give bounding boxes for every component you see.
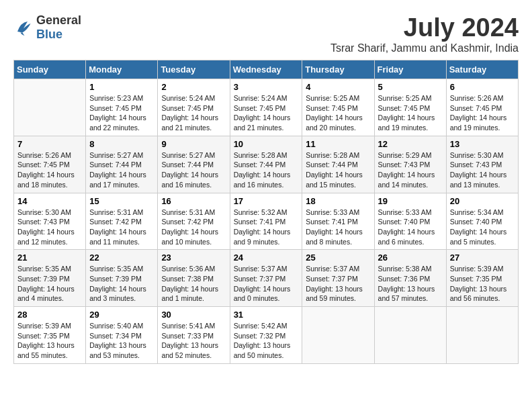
calendar-cell — [302, 307, 374, 364]
calendar-cell: 24Sunrise: 5:37 AM Sunset: 7:37 PM Dayli… — [230, 250, 302, 307]
day-info: Sunrise: 5:24 AM Sunset: 7:45 PM Dayligh… — [161, 93, 226, 133]
day-number: 6 — [450, 82, 515, 92]
calendar-body: 1Sunrise: 5:23 AM Sunset: 7:45 PM Daylig… — [14, 79, 519, 364]
calendar-cell: 17Sunrise: 5:32 AM Sunset: 7:41 PM Dayli… — [230, 193, 302, 250]
day-number: 19 — [378, 196, 443, 206]
day-number: 18 — [306, 196, 370, 206]
day-info: Sunrise: 5:41 AM Sunset: 7:33 PM Dayligh… — [161, 321, 226, 361]
calendar-cell — [374, 307, 446, 364]
day-number: 7 — [17, 139, 82, 149]
day-header-thursday: Thursday — [302, 60, 374, 79]
calendar-cell: 27Sunrise: 5:39 AM Sunset: 7:35 PM Dayli… — [446, 250, 518, 307]
calendar-cell: 28Sunrise: 5:39 AM Sunset: 7:35 PM Dayli… — [14, 307, 86, 364]
calendar-header-row: SundayMondayTuesdayWednesdayThursdayFrid… — [14, 60, 519, 79]
calendar-cell: 5Sunrise: 5:25 AM Sunset: 7:45 PM Daylig… — [374, 79, 446, 136]
day-number: 31 — [234, 310, 299, 320]
calendar-cell: 16Sunrise: 5:31 AM Sunset: 7:42 PM Dayli… — [158, 193, 230, 250]
day-header-tuesday: Tuesday — [158, 60, 230, 79]
day-info: Sunrise: 5:39 AM Sunset: 7:35 PM Dayligh… — [17, 321, 82, 361]
day-info: Sunrise: 5:40 AM Sunset: 7:34 PM Dayligh… — [89, 321, 154, 361]
day-info: Sunrise: 5:36 AM Sunset: 7:38 PM Dayligh… — [161, 264, 226, 304]
day-info: Sunrise: 5:28 AM Sunset: 7:44 PM Dayligh… — [234, 150, 299, 190]
calendar-cell: 3Sunrise: 5:24 AM Sunset: 7:45 PM Daylig… — [230, 79, 302, 136]
day-info: Sunrise: 5:34 AM Sunset: 7:40 PM Dayligh… — [450, 208, 515, 247]
calendar-table: SundayMondayTuesdayWednesdayThursdayFrid… — [13, 60, 519, 364]
day-number: 16 — [161, 196, 226, 206]
day-number: 1 — [89, 82, 154, 92]
day-info: Sunrise: 5:31 AM Sunset: 7:42 PM Dayligh… — [89, 208, 154, 247]
day-info: Sunrise: 5:32 AM Sunset: 7:41 PM Dayligh… — [234, 208, 299, 247]
day-number: 2 — [161, 82, 226, 92]
calendar-cell: 22Sunrise: 5:35 AM Sunset: 7:39 PM Dayli… — [86, 250, 158, 307]
day-number: 4 — [306, 82, 370, 92]
day-number: 3 — [234, 82, 299, 92]
calendar-cell: 6Sunrise: 5:26 AM Sunset: 7:45 PM Daylig… — [446, 79, 518, 136]
day-number: 28 — [17, 310, 82, 320]
calendar-cell: 12Sunrise: 5:29 AM Sunset: 7:43 PM Dayli… — [374, 136, 446, 193]
day-number: 13 — [450, 139, 515, 149]
day-info: Sunrise: 5:23 AM Sunset: 7:45 PM Dayligh… — [89, 93, 154, 133]
day-info: Sunrise: 5:33 AM Sunset: 7:40 PM Dayligh… — [378, 208, 443, 247]
day-number: 29 — [89, 310, 154, 320]
calendar-cell: 30Sunrise: 5:41 AM Sunset: 7:33 PM Dayli… — [158, 307, 230, 364]
day-number: 21 — [17, 253, 82, 263]
day-header-wednesday: Wednesday — [230, 60, 302, 79]
day-info: Sunrise: 5:25 AM Sunset: 7:45 PM Dayligh… — [306, 93, 370, 133]
day-info: Sunrise: 5:35 AM Sunset: 7:39 PM Dayligh… — [17, 264, 82, 304]
day-info: Sunrise: 5:29 AM Sunset: 7:43 PM Dayligh… — [378, 150, 443, 190]
day-number: 25 — [306, 253, 370, 263]
calendar-cell — [446, 307, 518, 364]
calendar-cell: 14Sunrise: 5:30 AM Sunset: 7:43 PM Dayli… — [14, 193, 86, 250]
logo: General Blue — [13, 13, 81, 42]
day-number: 15 — [89, 196, 154, 206]
calendar-cell: 7Sunrise: 5:26 AM Sunset: 7:45 PM Daylig… — [14, 136, 86, 193]
day-info: Sunrise: 5:39 AM Sunset: 7:35 PM Dayligh… — [450, 264, 515, 304]
calendar-cell: 19Sunrise: 5:33 AM Sunset: 7:40 PM Dayli… — [374, 193, 446, 250]
calendar-cell: 8Sunrise: 5:27 AM Sunset: 7:44 PM Daylig… — [86, 136, 158, 193]
calendar-week-row: 1Sunrise: 5:23 AM Sunset: 7:45 PM Daylig… — [14, 79, 519, 136]
day-number: 24 — [234, 253, 299, 263]
day-header-monday: Monday — [86, 60, 158, 79]
calendar-cell: 13Sunrise: 5:30 AM Sunset: 7:43 PM Dayli… — [446, 136, 518, 193]
day-number: 5 — [378, 82, 443, 92]
calendar-cell: 31Sunrise: 5:42 AM Sunset: 7:32 PM Dayli… — [230, 307, 302, 364]
day-info: Sunrise: 5:35 AM Sunset: 7:39 PM Dayligh… — [89, 264, 154, 304]
day-info: Sunrise: 5:28 AM Sunset: 7:44 PM Dayligh… — [306, 150, 370, 190]
day-number: 11 — [306, 139, 370, 149]
day-info: Sunrise: 5:26 AM Sunset: 7:45 PM Dayligh… — [450, 93, 515, 133]
day-info: Sunrise: 5:38 AM Sunset: 7:36 PM Dayligh… — [378, 264, 443, 304]
day-number: 17 — [234, 196, 299, 206]
day-info: Sunrise: 5:33 AM Sunset: 7:41 PM Dayligh… — [306, 208, 370, 247]
calendar-cell: 1Sunrise: 5:23 AM Sunset: 7:45 PM Daylig… — [86, 79, 158, 136]
day-info: Sunrise: 5:24 AM Sunset: 7:45 PM Dayligh… — [234, 93, 299, 133]
day-header-saturday: Saturday — [446, 60, 518, 79]
calendar-cell: 25Sunrise: 5:37 AM Sunset: 7:37 PM Dayli… — [302, 250, 374, 307]
calendar-cell: 9Sunrise: 5:27 AM Sunset: 7:44 PM Daylig… — [158, 136, 230, 193]
calendar-cell: 18Sunrise: 5:33 AM Sunset: 7:41 PM Dayli… — [302, 193, 374, 250]
day-info: Sunrise: 5:30 AM Sunset: 7:43 PM Dayligh… — [17, 208, 82, 247]
day-info: Sunrise: 5:37 AM Sunset: 7:37 PM Dayligh… — [306, 264, 370, 304]
day-info: Sunrise: 5:30 AM Sunset: 7:43 PM Dayligh… — [450, 150, 515, 190]
day-number: 26 — [378, 253, 443, 263]
day-number: 9 — [161, 139, 226, 149]
calendar-cell: 2Sunrise: 5:24 AM Sunset: 7:45 PM Daylig… — [158, 79, 230, 136]
calendar-week-row: 21Sunrise: 5:35 AM Sunset: 7:39 PM Dayli… — [14, 250, 519, 307]
calendar-cell: 29Sunrise: 5:40 AM Sunset: 7:34 PM Dayli… — [86, 307, 158, 364]
day-number: 12 — [378, 139, 443, 149]
calendar-cell: 23Sunrise: 5:36 AM Sunset: 7:38 PM Dayli… — [158, 250, 230, 307]
calendar-cell: 21Sunrise: 5:35 AM Sunset: 7:39 PM Dayli… — [14, 250, 86, 307]
header: General Blue July 2024 Tsrar Sharif, Jam… — [13, 13, 519, 54]
location-title: Tsrar Sharif, Jammu and Kashmir, India — [330, 42, 519, 54]
calendar-cell: 15Sunrise: 5:31 AM Sunset: 7:42 PM Dayli… — [86, 193, 158, 250]
day-number: 23 — [161, 253, 226, 263]
day-info: Sunrise: 5:31 AM Sunset: 7:42 PM Dayligh… — [161, 208, 226, 247]
title-area: July 2024 Tsrar Sharif, Jammu and Kashmi… — [330, 13, 519, 54]
day-number: 10 — [234, 139, 299, 149]
day-info: Sunrise: 5:27 AM Sunset: 7:44 PM Dayligh… — [161, 150, 226, 190]
day-info: Sunrise: 5:42 AM Sunset: 7:32 PM Dayligh… — [234, 321, 299, 361]
calendar-cell: 11Sunrise: 5:28 AM Sunset: 7:44 PM Dayli… — [302, 136, 374, 193]
calendar-week-row: 7Sunrise: 5:26 AM Sunset: 7:45 PM Daylig… — [14, 136, 519, 193]
logo-text: General Blue — [36, 13, 81, 42]
calendar-cell: 26Sunrise: 5:38 AM Sunset: 7:36 PM Dayli… — [374, 250, 446, 307]
calendar-cell: 20Sunrise: 5:34 AM Sunset: 7:40 PM Dayli… — [446, 193, 518, 250]
